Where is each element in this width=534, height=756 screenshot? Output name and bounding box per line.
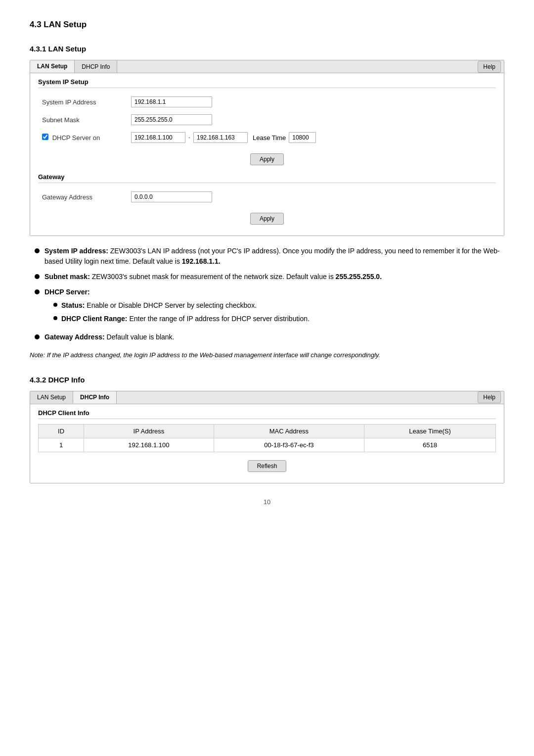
bullet-icon	[35, 274, 40, 279]
col-id: ID	[39, 424, 84, 438]
info-list: System IP address: ZEW3003's LAN IP addr…	[35, 246, 504, 342]
table-row: DHCP Server on - Lease Time	[38, 129, 496, 146]
list-item-text: Default value is blank.	[107, 333, 175, 341]
list-item: System IP address: ZEW3003's LAN IP addr…	[35, 246, 504, 267]
sub-item-label: Status:	[61, 301, 85, 309]
col-ip-address: IP Address	[84, 424, 214, 438]
cell-id: 1	[39, 438, 84, 452]
gateway-title: Gateway	[38, 173, 496, 183]
note-text: Note: If the IP address changed, the log…	[30, 350, 504, 361]
lease-time-label: Lease Time	[253, 134, 286, 142]
bullet-icon	[35, 248, 40, 253]
gateway-table: Gateway Address	[38, 188, 496, 206]
dhcp-server-checkbox[interactable]	[42, 134, 48, 140]
section-43: 4.3 LAN Setup	[30, 20, 504, 30]
cell-lease: 6518	[364, 438, 496, 452]
dhcp-table-body: 1 192.168.1.100 00-18-f3-67-ec-f3 6518	[39, 438, 496, 452]
lan-setup-body: System IP Setup System IP Address Subnet…	[30, 73, 504, 236]
lease-time-input[interactable]	[289, 132, 316, 143]
lan-setup-panel: LAN Setup DHCP Info Help System IP Setup…	[30, 60, 504, 236]
dhcp-client-table: ID IP Address MAC Address Lease Time(S) …	[38, 424, 496, 452]
list-item-text: ZEW3003's subnet mask for measurement of…	[92, 273, 336, 281]
gateway-address-input[interactable]	[131, 191, 212, 202]
tab-bar-2: LAN Setup DHCP Info Help	[30, 391, 504, 404]
reflesh-button[interactable]: Reflesh	[248, 460, 287, 472]
gateway-address-cell	[127, 188, 496, 206]
cell-mac: 00-18-f3-67-ec-f3	[214, 438, 364, 452]
sub-bullet-icon	[53, 316, 57, 320]
list-item-content: DHCP Server: Status: Enable or Disable D…	[44, 287, 310, 327]
system-ip-cell	[127, 93, 496, 111]
cell-ip: 192.168.1.100	[84, 438, 214, 452]
sub-bullet-icon	[53, 303, 57, 307]
list-item-label: Gateway Address:	[44, 333, 105, 341]
list-item-label: System IP address:	[44, 247, 108, 255]
dhcp-server-cell: - Lease Time	[127, 129, 496, 146]
help-button-2[interactable]: Help	[478, 391, 501, 403]
section-431: 4.3.1 LAN Setup LAN Setup DHCP Info Help…	[30, 45, 504, 361]
sub-item-content: DHCP Client Range: Enter the range of IP…	[61, 314, 310, 324]
gateway-address-label: Gateway Address	[38, 188, 127, 206]
table-row: Subnet Mask	[38, 111, 496, 129]
gateway-apply-button[interactable]: Apply	[250, 213, 284, 225]
list-item-content: Subnet mask: ZEW3003's subnet mask for m…	[44, 272, 382, 282]
subnet-mask-input[interactable]	[131, 114, 212, 125]
reflesh-row: Reflesh	[38, 457, 496, 475]
system-ip-setup-title: System IP Setup	[38, 78, 496, 88]
tab-dhcp-info-1[interactable]: DHCP Info	[75, 61, 117, 73]
sub-list-item: Status: Enable or Disable DHCP Server by…	[53, 300, 310, 311]
table-row: 1 192.168.1.100 00-18-f3-67-ec-f3 6518	[39, 438, 496, 452]
tab-lan-setup-2[interactable]: LAN Setup	[30, 391, 73, 403]
dhcp-table-header: ID IP Address MAC Address Lease Time(S)	[39, 424, 496, 438]
table-header-row: ID IP Address MAC Address Lease Time(S)	[39, 424, 496, 438]
subnet-mask-label: Subnet Mask	[38, 111, 127, 129]
tab-lan-setup[interactable]: LAN Setup	[30, 60, 75, 73]
section-432: 4.3.2 DHCP Info LAN Setup DHCP Info Help…	[30, 376, 504, 483]
tab-bar-1: LAN Setup DHCP Info Help	[30, 60, 504, 73]
dhcp-server-checkbox-label: DHCP Server on	[42, 134, 100, 142]
system-ip-apply-button[interactable]: Apply	[250, 153, 284, 165]
gateway-apply-row: Apply	[38, 210, 496, 228]
table-row: System IP Address	[38, 93, 496, 111]
sub-item-content: Status: Enable or Disable DHCP Server by…	[61, 300, 257, 311]
section-title-43: 4.3 LAN Setup	[30, 20, 504, 30]
system-ip-label: System IP Address	[38, 93, 127, 111]
list-item-content: System IP address: ZEW3003's LAN IP addr…	[44, 246, 504, 267]
list-item-bold: 255.255.255.0.	[336, 273, 382, 281]
dhcp-end-input[interactable]	[193, 132, 248, 143]
system-ip-table: System IP Address Subnet Mask D	[38, 93, 496, 146]
list-item-label: Subnet mask:	[44, 273, 90, 281]
sub-item-text: Enter the range of IP address for DHCP s…	[129, 315, 309, 323]
col-lease-time: Lease Time(S)	[364, 424, 496, 438]
sub-list: Status: Enable or Disable DHCP Server by…	[53, 300, 310, 324]
tab-dhcp-info-2[interactable]: DHCP Info	[73, 391, 117, 404]
col-mac-address: MAC Address	[214, 424, 364, 438]
dhcp-range-row: - Lease Time	[131, 132, 492, 143]
list-item: Gateway Address: Default value is blank.	[35, 332, 504, 342]
dhcp-server-label: DHCP Server on	[38, 129, 127, 146]
dhcp-info-body: DHCP Client Info ID IP Address MAC Addre…	[30, 404, 504, 483]
help-button-1[interactable]: Help	[478, 61, 501, 73]
section-title-431: 4.3.1 LAN Setup	[30, 45, 504, 53]
bullet-icon	[35, 334, 40, 339]
dhcp-info-panel: LAN Setup DHCP Info Help DHCP Client Inf…	[30, 391, 504, 483]
list-item-label: DHCP Server:	[44, 288, 90, 296]
dhcp-start-input[interactable]	[131, 132, 185, 143]
sub-item-text: Enable or Disable DHCP Server by selecti…	[87, 301, 257, 309]
table-row: Gateway Address	[38, 188, 496, 206]
system-ip-apply-row: Apply	[38, 150, 496, 168]
page-number: 10	[30, 498, 504, 506]
dhcp-separator: -	[188, 134, 190, 141]
list-item-text: ZEW3003's LAN IP address (not your PC's …	[44, 247, 500, 265]
list-item: Subnet mask: ZEW3003's subnet mask for m…	[35, 272, 504, 282]
list-item-content: Gateway Address: Default value is blank.	[44, 332, 175, 342]
subnet-mask-cell	[127, 111, 496, 129]
system-ip-input[interactable]	[131, 96, 212, 107]
bullet-icon	[35, 289, 40, 294]
list-item: DHCP Server: Status: Enable or Disable D…	[35, 287, 504, 327]
list-item-bold: 192.168.1.1.	[182, 257, 221, 265]
sub-item-label: DHCP Client Range:	[61, 315, 128, 323]
section-title-432: 4.3.2 DHCP Info	[30, 376, 504, 384]
sub-list-item: DHCP Client Range: Enter the range of IP…	[53, 314, 310, 324]
dhcp-client-info-title: DHCP Client Info	[38, 409, 496, 419]
